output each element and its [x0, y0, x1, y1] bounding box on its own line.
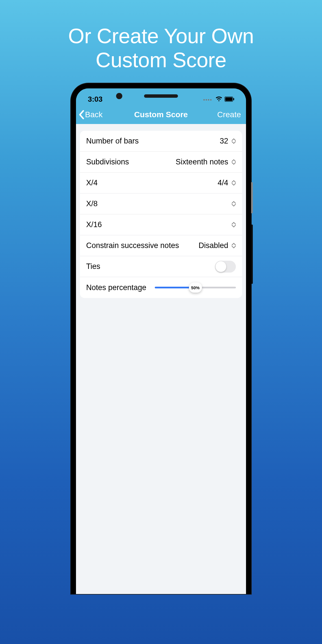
row-value-wrap: Sixteenth notes	[176, 158, 236, 166]
row-value: 32	[220, 137, 228, 145]
row-value: Sixteenth notes	[176, 158, 228, 166]
row-subdivisions[interactable]: Subdivisions Sixteenth notes	[80, 152, 242, 173]
row-x8[interactable]: X/8	[80, 193, 242, 214]
row-constrain-successive-notes[interactable]: Constrain successive notes Disabled	[80, 235, 242, 256]
promo-heading: Or Create Your Own Custom Score	[0, 0, 322, 83]
slider-track-icon: 50%	[155, 287, 236, 288]
row-label: Ties	[86, 262, 100, 271]
content-area: Number of bars 32 Subdivisions Sixteenth…	[76, 124, 246, 594]
settings-card: Number of bars 32 Subdivisions Sixteenth…	[80, 131, 242, 298]
row-value-wrap: 4/4	[217, 179, 236, 187]
stepper-icon	[232, 201, 236, 206]
back-button[interactable]: Back	[78, 110, 103, 119]
row-notes-percentage: Notes percentage 50%	[80, 277, 242, 298]
row-x16[interactable]: X/16	[80, 214, 242, 235]
row-label: X/16	[86, 220, 102, 229]
notes-percentage-slider[interactable]: 50%	[155, 287, 236, 288]
speaker-icon	[144, 94, 178, 98]
phone-volume-button	[251, 225, 253, 284]
stepper-icon	[232, 138, 236, 144]
camera-icon	[116, 93, 122, 99]
screen: 3:03 Back Custom Score Create	[76, 88, 246, 594]
promo-line-2: Custom Score	[96, 48, 227, 72]
slider-thumb: 50%	[189, 282, 202, 293]
row-label: X/4	[86, 179, 98, 187]
row-label: X/8	[86, 199, 98, 208]
back-label: Back	[85, 110, 103, 119]
row-value-wrap: 32	[220, 137, 236, 145]
nav-bar: Back Custom Score Create	[76, 105, 246, 124]
row-value: 4/4	[217, 179, 228, 187]
row-value-wrap: Disabled	[199, 241, 236, 250]
row-label: Number of bars	[86, 137, 139, 145]
row-label: Notes percentage	[86, 283, 146, 292]
row-label: Constrain successive notes	[86, 241, 179, 250]
row-value-wrap	[228, 201, 236, 206]
stepper-icon	[232, 159, 236, 165]
phone-frame: 3:03 Back Custom Score Create	[71, 83, 251, 594]
chevron-left-icon	[78, 110, 84, 119]
create-button[interactable]: Create	[217, 110, 241, 119]
promo-line-1: Or Create Your Own	[68, 24, 254, 48]
row-x4[interactable]: X/4 4/4	[80, 173, 242, 193]
row-value-wrap	[228, 222, 236, 227]
row-number-of-bars[interactable]: Number of bars 32	[80, 131, 242, 152]
ties-toggle[interactable]	[215, 261, 236, 273]
stepper-icon	[232, 222, 236, 227]
row-label: Subdivisions	[86, 158, 129, 166]
row-ties: Ties	[80, 256, 242, 277]
toggle-knob-icon	[216, 261, 226, 272]
stepper-icon	[232, 180, 236, 186]
phone-power-button	[251, 182, 253, 213]
row-value: Disabled	[199, 241, 228, 250]
phone-notch	[71, 89, 251, 103]
page-title: Custom Score	[134, 110, 188, 119]
stepper-icon	[232, 243, 236, 248]
